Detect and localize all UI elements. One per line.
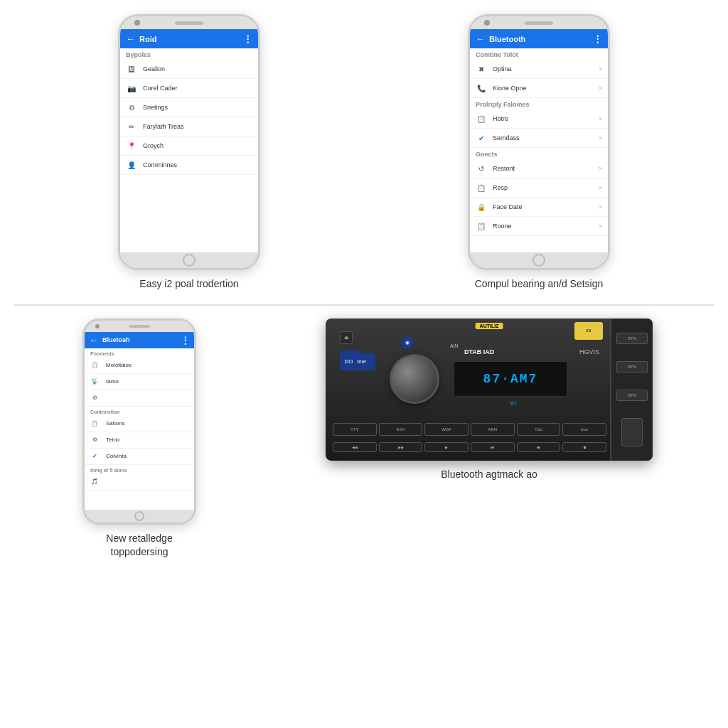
stereo-right-panel: BTN BTN BTN <box>610 318 653 461</box>
caption-2: Compul bearing an/d Setsign <box>475 277 604 291</box>
gallery-icon: 🖼 <box>126 63 137 75</box>
item-label: Sations <box>106 420 125 427</box>
header-title-1: Roid <box>139 35 243 43</box>
lock-icon: 🔒 <box>476 201 487 213</box>
small-btn-clot[interactable]: Clot <box>517 423 561 436</box>
list-item[interactable]: ↺ Restont > <box>470 159 608 178</box>
main-container: ← Roid ⋮ Bypoles 🖼 Gealion 📷 Corel Cader <box>0 0 728 728</box>
settings-icon: ⚙ <box>126 102 137 113</box>
back-arrow-1[interactable]: ← <box>126 33 135 44</box>
list-item[interactable]: 📷 Corel Cader <box>120 79 258 98</box>
arrow-icon: > <box>599 184 602 191</box>
list-item[interactable]: 📋 Mololtaios <box>85 358 194 374</box>
small-btn-ytv[interactable]: YTV <box>333 423 377 436</box>
phone-home-btn-3[interactable] <box>134 511 144 521</box>
phone-bottom-bar-2 <box>470 252 608 268</box>
bottom-row: ← Bluetoah ⋮ Poomests 📋 Mololtaios 📡 Iam… <box>14 318 714 560</box>
item-label: Mololtaios <box>106 362 132 368</box>
caption-4: Bluetooth agtmack ao <box>441 468 537 482</box>
list-item[interactable]: ⚙ <box>85 390 194 407</box>
arrow-icon: > <box>599 203 602 210</box>
top-row: ← Roid ⋮ Bypoles 🖼 Gealion 📷 Corel Cader <box>14 14 714 291</box>
ain-label: AIN <box>450 343 459 348</box>
menu-dots-1[interactable]: ⋮ <box>243 33 252 44</box>
check-icon: ✔ <box>476 132 487 144</box>
phone-home-btn-2[interactable] <box>532 254 545 267</box>
refresh-icon: ↺ <box>476 163 487 174</box>
phone-speaker-1 <box>175 21 203 25</box>
list-item[interactable]: 📋 Resp > <box>470 178 608 198</box>
small-btn-extra-1[interactable]: ◀◀ <box>333 442 377 452</box>
phone-icon: 📞 <box>476 82 487 94</box>
eject-button[interactable]: ⏏ <box>340 331 353 344</box>
small-btn-extra-2[interactable]: ▶▶ <box>379 442 423 452</box>
list-icon-2: 📋 <box>476 220 487 232</box>
list-item[interactable]: ✏ Farylath Treas <box>120 117 258 136</box>
back-arrow-3[interactable]: ← <box>89 335 98 346</box>
list-item[interactable]: 📞 Kione Opne > <box>470 79 608 98</box>
music-icon: 🎵 <box>89 476 100 488</box>
small-btn-esx[interactable]: ESX <box>379 423 423 436</box>
list-icon: 📋 <box>476 182 487 193</box>
list-item[interactable]: 📋 Sations <box>85 416 194 432</box>
item-label: Hotre <box>493 115 508 122</box>
menu-dots-2[interactable]: ⋮ <box>593 33 602 44</box>
phone-section-1: ← Roid ⋮ Bypoles 🖼 Gealion 📷 Corel Cader <box>90 14 289 291</box>
list-item[interactable]: 📍 Groych <box>120 136 258 156</box>
right-btn-2[interactable]: BTN <box>616 361 648 373</box>
item-label: Kione Opne <box>493 85 527 92</box>
arrow-icon: > <box>599 223 602 230</box>
small-btn-ann[interactable]: ANN <box>471 423 515 436</box>
caption-1: Easy i2 poal trodertion <box>139 277 238 291</box>
phone-home-btn-1[interactable] <box>183 254 196 267</box>
item-label: Corel Cader <box>143 85 178 92</box>
list-item[interactable]: ✖ Optina > <box>470 60 608 79</box>
list-item[interactable]: ✔ Semdass > <box>470 129 608 148</box>
list-item[interactable]: ✔ Colvinta <box>85 449 194 465</box>
bottom-left: ← Bluetoah ⋮ Poomests 📋 Mololtaios 📡 Iam… <box>54 318 225 560</box>
phone-speaker-2 <box>525 21 553 25</box>
stereo-display: 87·AM7 <box>454 361 567 397</box>
list-item[interactable]: ⚙ Snetings <box>120 98 258 117</box>
small-btn-wgf[interactable]: WGF <box>424 423 469 436</box>
list-item[interactable]: 📋 Roone > <box>470 217 608 236</box>
power-button[interactable]: ◉ <box>401 336 414 349</box>
small-btn-extra-5[interactable]: ⏭ <box>517 442 561 452</box>
stereo-display-text: 87·AM7 <box>483 372 538 386</box>
phone-camera-1 <box>134 20 140 26</box>
volume-slider[interactable] <box>621 418 643 446</box>
section-label-3c: Inmg dr 5 alons <box>85 465 194 474</box>
item-label: Resp <box>493 184 508 191</box>
item-label: Tetno <box>106 437 120 443</box>
small-btn-extra-4[interactable]: ⏮ <box>471 442 515 452</box>
list-item[interactable]: 📡 Iamo <box>85 374 194 390</box>
phone-section-2: ← Bluetooth ⋮ Comtine Tolot ✖ Optina > 📞… <box>439 14 638 291</box>
list-item[interactable]: ⚙ Tetno <box>85 432 194 449</box>
stereo-knob[interactable] <box>390 354 439 404</box>
right-btn-1[interactable]: BTN <box>616 333 648 344</box>
arrow-icon: > <box>599 65 602 73</box>
go-button[interactable]: DO <box>340 353 358 370</box>
menu-dots-3[interactable]: ⋮ <box>181 335 190 346</box>
back-arrow-2[interactable]: ← <box>476 33 485 44</box>
list-item[interactable]: 🖼 Gealion <box>120 60 258 79</box>
right-btn-3[interactable]: BTN <box>616 390 648 401</box>
bottom-right: AUTILIZ EN ⏏ ATE ITEAL VOline <box>304 318 674 482</box>
item-label: Restont <box>493 165 515 172</box>
list-item[interactable]: 👤 Comminnes <box>120 156 258 175</box>
gear-icon: ⚙ <box>89 392 100 404</box>
divider <box>14 304 714 306</box>
car-stereo: AUTILIZ EN ⏏ ATE ITEAL VOline <box>326 318 653 461</box>
item-label: Iamo <box>106 378 119 385</box>
list-item[interactable]: 📋 Hotre > <box>470 109 608 129</box>
section-label-2b: Prolriply Faloines <box>470 98 608 109</box>
right-label: HGVIS <box>579 348 599 355</box>
small-btn-boo[interactable]: boo <box>562 423 606 436</box>
small-btn-extra-6[interactable]: ⏹ <box>562 442 606 452</box>
display-extra: 87 <box>510 400 517 407</box>
small-btn-extra-3[interactable]: ▶ <box>424 442 469 452</box>
signal-icon: 📡 <box>89 376 100 387</box>
list-item[interactable]: 🎵 <box>85 474 194 491</box>
list-item[interactable]: 🔒 Face Date > <box>470 198 608 217</box>
clipboard-icon: 📋 <box>476 113 487 124</box>
